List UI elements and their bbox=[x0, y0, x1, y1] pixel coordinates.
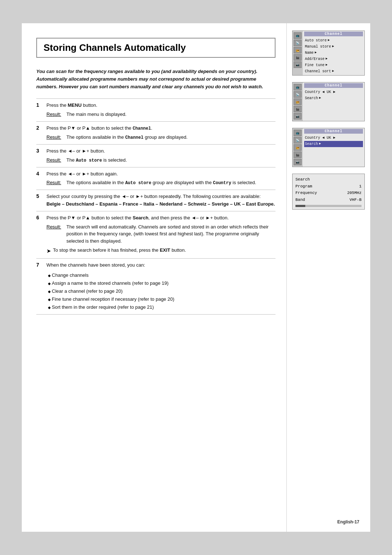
step-4: 4 Press the ◄– or ►+ button again. Resul… bbox=[36, 167, 275, 190]
step-5-countries: Belgie – Deutschland – Espania – France … bbox=[46, 201, 275, 207]
tv-panel-1: 📺 📡 📻 🎬 📷 Channel Auto store ► Manual st… bbox=[292, 31, 365, 76]
page-title: Storing Channels Automatically bbox=[44, 42, 186, 53]
step-1-result-label: Result: bbox=[46, 111, 66, 118]
tv-panel-3-menu: Channel Country ◄ UK ► Search ► bbox=[303, 128, 364, 167]
step-2-channel-inline: Channel bbox=[125, 135, 143, 140]
step-6: 6 Press the P▼ or P▲ button to select th… bbox=[36, 211, 275, 259]
bullet-3: Clear a channel (refer to page 20) bbox=[48, 287, 275, 295]
steps-list: 1 Press the MENU button. Result: The mai… bbox=[36, 98, 275, 315]
step-6-note-text: To stop the search before it has finishe… bbox=[53, 247, 186, 254]
tv-panel-2-menu: Channel Country ◄ UK ► Search ► bbox=[303, 82, 364, 121]
step-7-bullets: Change channels Assign a name to the sto… bbox=[46, 271, 275, 311]
step-2-number: 2 bbox=[36, 125, 46, 131]
search-progress-fill bbox=[295, 205, 305, 207]
step-4-content: Press the ◄– or ►+ button again. Result:… bbox=[46, 170, 275, 187]
step-1: 1 Press the MENU button. Result: The mai… bbox=[36, 98, 275, 122]
step-2-content: Press the P▼ or P▲ button to select the … bbox=[46, 125, 275, 141]
tv-panel-2-title: Channel bbox=[304, 83, 363, 88]
tv-menu-item-finetune: Fine tune ► bbox=[304, 62, 363, 68]
program-key: Program bbox=[295, 183, 312, 190]
step-4-result-text: The options available in the Auto store … bbox=[66, 179, 256, 187]
search-progress-bar bbox=[295, 205, 362, 207]
page-footer: English-17 bbox=[337, 519, 359, 524]
step-6-result-text: The search will end automatically. Chann… bbox=[66, 223, 275, 245]
tv-icon-1a: 📺 bbox=[294, 32, 302, 39]
band-row: Band VHF-B bbox=[295, 197, 362, 203]
frequency-row: Frequency 205MHz bbox=[295, 190, 362, 197]
tv-panel-3-icons: 📺 📡 📻 🎬 📷 bbox=[293, 128, 303, 167]
step-6-note: ➤ To stop the search before it has finis… bbox=[46, 247, 275, 255]
tv-panel-3-title: Channel bbox=[304, 129, 363, 134]
tv-menu-item-name: Name ► bbox=[304, 50, 363, 56]
tv-icon-3e: 📷 bbox=[294, 159, 302, 165]
step-4-number: 4 bbox=[36, 171, 46, 177]
step-3-result-text: The Auto store is selected. bbox=[66, 157, 127, 164]
step-1-key: MENU bbox=[68, 102, 82, 108]
bullet-2: Assign a name to the stored channels (re… bbox=[48, 279, 275, 287]
step-5-content: Select your country by pressing the ◄– o… bbox=[46, 193, 275, 208]
step-6-content: Press the P▼ or P▲ button to select the … bbox=[46, 214, 275, 255]
exit-label: EXIT bbox=[160, 247, 170, 253]
step-4-autostore: Auto store bbox=[125, 181, 151, 186]
step-7-number: 7 bbox=[36, 262, 46, 268]
step-4-country: Country bbox=[213, 181, 231, 186]
step-1-content: Press the MENU button. Result: The main … bbox=[46, 102, 275, 118]
frequency-key: Frequency bbox=[295, 190, 317, 197]
tv-icon-1d: 🎬 bbox=[294, 54, 302, 61]
tv-icon-2d: 🎬 bbox=[294, 106, 302, 112]
step-2: 2 Press the P▼ or P▲ button to select th… bbox=[36, 122, 275, 145]
frequency-val: 205MHz bbox=[347, 190, 362, 197]
band-val: VHF-B bbox=[350, 197, 362, 203]
step-3-result-label: Result: bbox=[46, 157, 66, 164]
step-7: 7 When the channels have been stored, yo… bbox=[36, 259, 275, 315]
step-7-content: When the channels have been stored, you … bbox=[46, 262, 275, 311]
band-key: Band bbox=[295, 197, 305, 203]
left-column: Storing Channels Automatically You can s… bbox=[22, 23, 287, 532]
step-4-result-label: Result: bbox=[46, 179, 66, 187]
tv-icon-2b: 📡 bbox=[294, 91, 302, 98]
step-6-result-label: Result: bbox=[46, 223, 66, 245]
bullet-5: Sort them in the order required (refer t… bbox=[48, 303, 275, 311]
tv-icon-3b: 📡 bbox=[294, 137, 302, 143]
tv-menu-item-search-3: Search ► bbox=[304, 141, 363, 147]
tv-icon-2a: 📺 bbox=[294, 84, 302, 90]
step-3-content: Press the ◄– or ►+ button. Result: The A… bbox=[46, 147, 275, 164]
tv-panel-2-inner: 📺 📡 📻 🎬 📷 Channel Country ◄ UK ► Search … bbox=[293, 82, 364, 121]
bullet-4: Fine tune channel reception if necessary… bbox=[48, 295, 275, 303]
step-2-result-label: Result: bbox=[46, 134, 66, 141]
tv-menu-item-channelsort: Channel sort ► bbox=[304, 68, 363, 74]
tv-panel-2: 📺 📡 📻 🎬 📷 Channel Country ◄ UK ► Search … bbox=[292, 82, 365, 121]
step-3-autostore: Auto store bbox=[76, 158, 102, 163]
step-2-channel-code: Channel bbox=[132, 126, 151, 131]
step-3: 3 Press the ◄– or ►+ button. Result: The… bbox=[36, 145, 275, 167]
tv-menu-item-country-2: Country ◄ UK ► bbox=[304, 89, 363, 95]
step-6-number: 6 bbox=[36, 215, 46, 220]
search-key: Search bbox=[295, 176, 310, 183]
step-1-number: 1 bbox=[36, 102, 46, 108]
right-column: 📺 📡 📻 🎬 📷 Channel Auto store ► Manual st… bbox=[287, 23, 370, 532]
intro-paragraph: You can scan for the frequency ranges av… bbox=[36, 68, 275, 90]
tv-menu-item-manualstore: Manual store ► bbox=[304, 44, 363, 50]
tv-icon-3d: 🎬 bbox=[294, 151, 302, 158]
step-1-result-text: The main menu is displayed. bbox=[66, 111, 126, 118]
tv-panel-1-inner: 📺 📡 📻 🎬 📷 Channel Auto store ► Manual st… bbox=[293, 31, 364, 75]
tv-panel-1-icons: 📺 📡 📻 🎬 📷 bbox=[293, 31, 303, 75]
program-row: Program 1 bbox=[295, 183, 362, 190]
tv-menu-item-country-3: Country ◄ UK ► bbox=[304, 135, 363, 141]
step-5-number: 5 bbox=[36, 193, 46, 199]
note-arrow-icon: ➤ bbox=[46, 247, 51, 255]
tv-icon-1e: 📷 bbox=[294, 61, 302, 68]
tv-icon-2e: 📷 bbox=[294, 113, 302, 119]
tv-icon-1c: 📻 bbox=[294, 47, 302, 53]
program-val: 1 bbox=[359, 183, 362, 190]
title-box: Storing Channels Automatically bbox=[36, 38, 275, 58]
tv-panel-3: 📺 📡 📻 🎬 📷 Channel Country ◄ UK ► Search … bbox=[292, 128, 365, 167]
search-panel: Search Program 1 Frequency 205MHz Band V… bbox=[292, 174, 365, 210]
tv-menu-item-search-2: Search ► bbox=[304, 95, 363, 101]
step-5: 5 Select your country by pressing the ◄–… bbox=[36, 190, 275, 211]
step-3-number: 3 bbox=[36, 148, 46, 154]
tv-icon-3c: 📻 bbox=[294, 144, 302, 151]
step-6-search: Search bbox=[132, 215, 148, 220]
tv-panel-2-icons: 📺 📡 📻 🎬 📷 bbox=[293, 82, 303, 121]
tv-icon-2c: 📻 bbox=[294, 98, 302, 105]
